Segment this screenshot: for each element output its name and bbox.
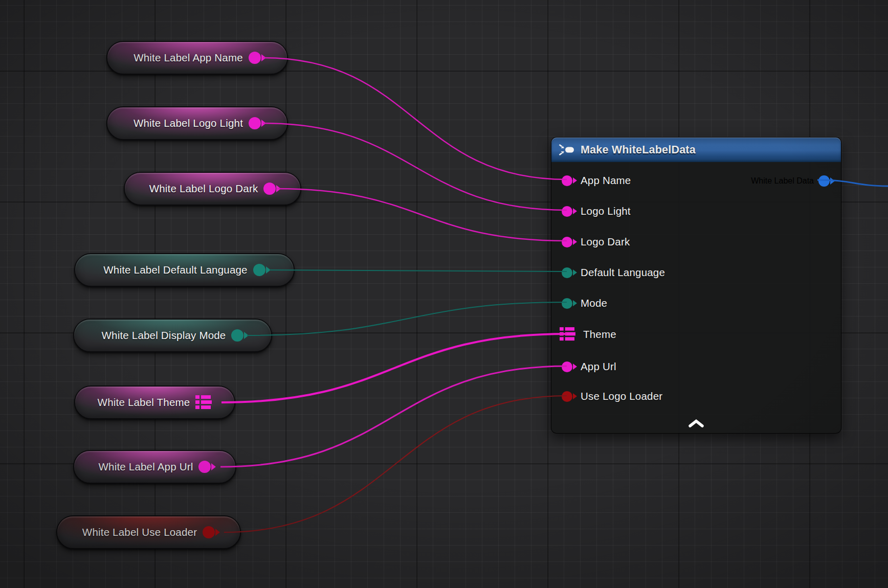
- struct-output-pin-icon[interactable]: [195, 395, 212, 410]
- input-row-logo-light: Logo Light: [551, 203, 631, 219]
- getter-node-display-mode[interactable]: White Label Display Mode: [73, 319, 272, 352]
- input-row-mode: Mode: [551, 295, 607, 311]
- getter-label: White Label App Url: [99, 461, 193, 473]
- pin-label: App Url: [581, 360, 616, 373]
- node-title: Make WhiteLabelData: [581, 144, 696, 156]
- text-input-pin-icon[interactable]: [562, 206, 572, 217]
- getter-label: White Label Logo Dark: [149, 183, 258, 195]
- text-output-pin-icon[interactable]: [249, 117, 261, 129]
- getter-label: White Label App Name: [134, 52, 243, 64]
- node-header[interactable]: Make WhiteLabelData: [551, 138, 841, 162]
- bool-output-pin-icon[interactable]: [203, 526, 215, 538]
- collapse-node-button[interactable]: [687, 419, 705, 428]
- wire-display-mode[interactable]: [247, 302, 567, 335]
- make-whitelabeldata-node[interactable]: Make WhiteLabelData App Name Logo Light …: [551, 137, 841, 434]
- wire-default-language[interactable]: [270, 270, 567, 272]
- enum-input-pin-icon[interactable]: [562, 298, 572, 309]
- bool-input-pin-icon[interactable]: [562, 391, 572, 402]
- text-input-pin-icon[interactable]: [562, 361, 572, 372]
- text-input-pin-icon[interactable]: [562, 175, 572, 186]
- getter-label: White Label Display Mode: [102, 329, 226, 342]
- wire-app-url[interactable]: [220, 366, 567, 467]
- text-output-pin-icon[interactable]: [263, 183, 276, 195]
- enum-output-pin-icon[interactable]: [231, 329, 243, 342]
- blueprint-graph-canvas[interactable]: White Label App Name White Label Logo Li…: [0, 0, 888, 588]
- getter-node-app-url[interactable]: White Label App Url: [73, 450, 236, 484]
- getter-node-logo-light[interactable]: White Label Logo Light: [106, 106, 288, 140]
- text-output-pin-icon[interactable]: [198, 461, 211, 473]
- pin-label: Logo Dark: [581, 236, 630, 248]
- wire-app-name[interactable]: [263, 58, 567, 179]
- enum-output-pin-icon[interactable]: [253, 264, 265, 276]
- wire-use-loader[interactable]: [224, 396, 567, 532]
- pin-label: Use Logo Loader: [581, 390, 662, 402]
- input-row-use-logo-loader: Use Logo Loader: [551, 388, 662, 404]
- getter-node-default-language[interactable]: White Label Default Language: [74, 253, 295, 287]
- struct-input-pin-icon[interactable]: [560, 327, 576, 342]
- output-row-white-label-data: White Label Data: [751, 173, 830, 189]
- getter-node-logo-dark[interactable]: White Label Logo Dark: [124, 172, 301, 206]
- getter-node-app-name[interactable]: White Label App Name: [106, 41, 288, 75]
- pin-label: White Label Data: [751, 176, 814, 186]
- enum-input-pin-icon[interactable]: [562, 267, 572, 278]
- wire-logo-dark[interactable]: [276, 189, 567, 241]
- pin-label: App Name: [581, 174, 631, 187]
- make-struct-icon: [558, 144, 575, 156]
- input-row-default-language: Default Language: [551, 264, 665, 281]
- text-output-pin-icon[interactable]: [249, 52, 261, 64]
- struct-output-pin-icon[interactable]: [818, 175, 830, 187]
- input-row-theme: Theme: [551, 326, 616, 343]
- pin-label: Default Language: [581, 266, 665, 279]
- input-row-logo-dark: Logo Dark: [551, 234, 630, 250]
- getter-label: White Label Default Language: [103, 264, 247, 276]
- getter-node-theme[interactable]: White Label Theme: [74, 386, 235, 419]
- pin-label: Theme: [583, 328, 616, 341]
- getter-label: White Label Theme: [98, 396, 190, 409]
- pin-label: Logo Light: [581, 205, 631, 217]
- getter-node-use-loader[interactable]: White Label Use Loader: [56, 515, 241, 549]
- getter-label: White Label Logo Light: [134, 117, 243, 129]
- text-input-pin-icon[interactable]: [562, 237, 572, 247]
- input-row-app-name: App Name: [551, 172, 631, 189]
- wire-theme[interactable]: [221, 334, 567, 402]
- input-row-app-url: App Url: [551, 358, 616, 375]
- pin-label: Mode: [581, 297, 607, 309]
- wire-logo-light[interactable]: [263, 123, 567, 210]
- getter-label: White Label Use Loader: [82, 526, 197, 538]
